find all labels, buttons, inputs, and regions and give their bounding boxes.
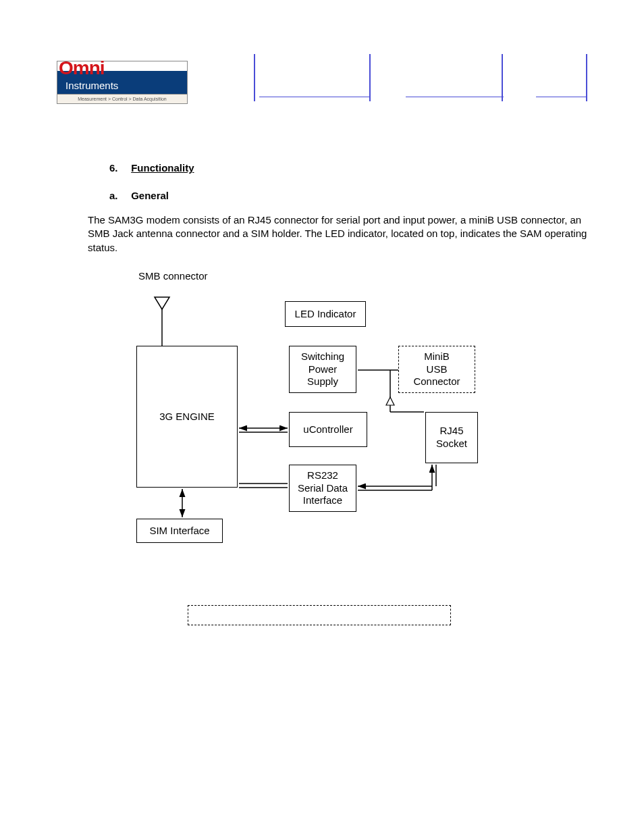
- svg-marker-5: [386, 397, 394, 405]
- header-rule-3: [536, 97, 587, 97]
- block-diagram: SMB connector 3G ENGINE LED Indicator Sw…: [88, 270, 560, 635]
- header-divider-3: [502, 54, 503, 101]
- header-divider-1: [254, 54, 255, 101]
- page-header: Omni Instruments Measurement > Control >…: [57, 57, 587, 104]
- body-paragraph: The SAM3G modem consists of an RJ45 conn…: [88, 213, 587, 255]
- company-logo: Omni Instruments Measurement > Control >…: [57, 61, 188, 104]
- header-divider-2: [369, 54, 371, 101]
- box-empty-dashed: [188, 605, 451, 625]
- logo-brand-top: Omni: [59, 57, 105, 79]
- logo-brand-bottom: Instruments: [65, 80, 118, 91]
- subsection-heading: a. General: [109, 190, 587, 201]
- subsection-title: General: [131, 190, 169, 201]
- section-number: 6.: [109, 162, 128, 174]
- section-title: Functionality: [131, 162, 194, 174]
- subsection-letter: a.: [109, 190, 128, 201]
- content-area: 6. Functionality a. General The SAM3G mo…: [95, 162, 587, 282]
- header-rule-1: [259, 97, 371, 97]
- section-heading: 6. Functionality: [95, 162, 587, 174]
- header-divider-4: [586, 54, 587, 101]
- diagram-connectors: [88, 270, 560, 635]
- header-rule-2: [406, 97, 504, 97]
- logo-tagline: Measurement > Control > Data Acquisition: [57, 94, 187, 103]
